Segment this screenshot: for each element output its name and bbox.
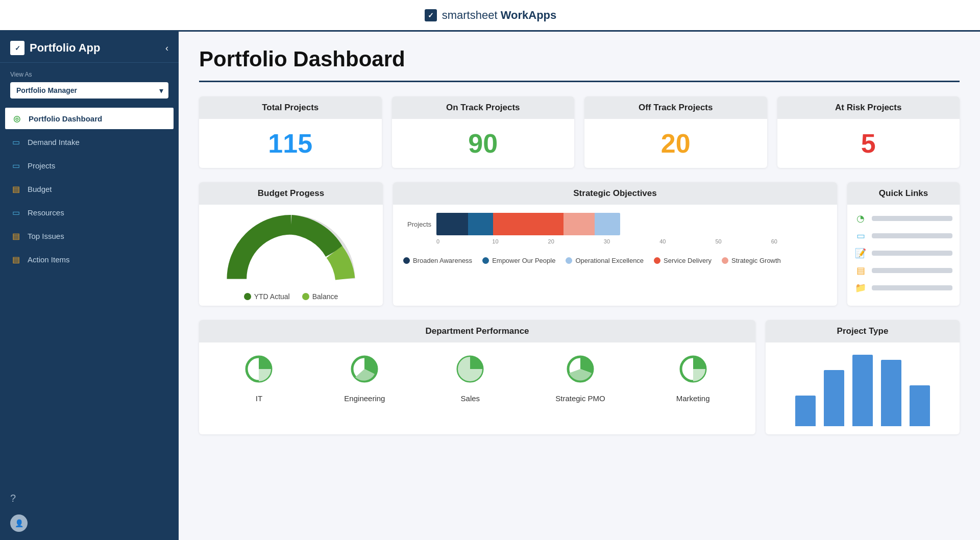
help-icon[interactable]: ? <box>10 493 168 504</box>
it-chart-icon <box>244 355 273 383</box>
sidebar-item-action-items[interactable]: ▤ Action Items <box>0 248 179 271</box>
pt-bar-3-wrap <box>852 355 873 426</box>
quick-links-body: ◔ ▭ 📝 ▤ 📁 <box>847 205 960 302</box>
budget-progress-header: Budget Progess <box>199 182 383 205</box>
strategic-dot <box>722 257 728 264</box>
ql-icon-4: ▤ <box>854 265 867 276</box>
legend-balance: Balance <box>302 292 338 301</box>
pt-bar-1-wrap <box>795 396 816 426</box>
strategic-objectives-header: Strategic Objectives <box>393 182 837 205</box>
broaden-dot <box>403 257 410 264</box>
project-type-header: Project Type <box>766 320 960 342</box>
sidebar-item-portfolio-dashboard[interactable]: ◎ Portfolio Dashboard <box>4 107 175 130</box>
empower-label: Empower Our People <box>492 257 555 264</box>
page-title: Portfolio Dashboard <box>199 47 960 71</box>
gauge-chart <box>225 215 357 286</box>
x-axis-labels: 0 10 20 30 40 50 60 <box>436 238 827 244</box>
brand-text: smartsheet WorkApps <box>442 9 557 22</box>
sidebar-item-label-demand-intake: Demand Intake <box>28 138 80 146</box>
sidebar-item-label-action-items: Action Items <box>28 255 70 264</box>
view-as-label: View As <box>10 71 168 78</box>
ql-bar-1 <box>872 216 952 221</box>
resources-icon: ▭ <box>10 207 21 218</box>
dept-item-strategic-pmo: Strategic PMO <box>555 355 605 403</box>
budget-icon: ▤ <box>10 183 21 194</box>
sidebar-item-label-projects: Projects <box>28 161 55 170</box>
sidebar: ✓ Portfolio App ‹ View As Portfolio Mana… <box>0 32 179 540</box>
legend-strategic-growth: Strategic Growth <box>722 257 781 264</box>
service-dot <box>654 257 660 264</box>
dept-label-marketing: Marketing <box>676 394 710 403</box>
bar-operational-excellence <box>595 213 620 235</box>
dept-label-it: IT <box>256 394 262 403</box>
pt-bar-4 <box>881 360 901 426</box>
user-avatar[interactable]: 👤 <box>10 514 28 532</box>
svg-text:✓: ✓ <box>15 44 20 52</box>
sidebar-header: ✓ Portfolio App ‹ <box>0 32 179 63</box>
sidebar-item-demand-intake[interactable]: ▭ Demand Intake <box>0 130 179 154</box>
demand-intake-icon: ▭ <box>10 136 21 148</box>
strategic-legend: Broaden Awareness Empower Our People Ope… <box>403 257 827 264</box>
top-bar-brand: ✓ smartsheet WorkApps <box>424 8 557 22</box>
strategic-bar-chart: Projects 0 10 <box>403 213 827 250</box>
quick-link-5[interactable]: 📁 <box>854 282 952 293</box>
ql-bar-5 <box>872 285 952 290</box>
gauge-legend: YTD Actual Balance <box>244 292 338 301</box>
department-performance-card: Department Performance IT <box>199 320 755 434</box>
pt-bar-5-wrap <box>910 385 930 426</box>
top-issues-icon: ▤ <box>10 230 21 241</box>
page-divider <box>199 81 960 82</box>
strategic-label: Strategic Growth <box>731 257 781 264</box>
view-as-select[interactable]: Portfolio Manager Team Member Executive <box>10 82 168 99</box>
project-type-card: Project Type <box>766 320 960 434</box>
ql-icon-3: 📝 <box>854 248 867 259</box>
x-label-20: 20 <box>548 238 604 244</box>
legend-ytd-actual: YTD Actual <box>244 292 290 301</box>
legend-service-delivery: Service Delivery <box>654 257 712 264</box>
x-label-60: 60 <box>771 238 827 244</box>
kpi-label-off-track: Off Track Projects <box>584 96 767 119</box>
x-label-30: 30 <box>604 238 659 244</box>
sidebar-collapse-button[interactable]: ‹ <box>165 43 168 54</box>
sidebar-item-top-issues[interactable]: ▤ Top Issues <box>0 224 179 248</box>
strategic-bar-row: Projects <box>403 213 827 235</box>
quick-link-3[interactable]: 📝 <box>854 248 952 259</box>
kpi-card-at-risk: At Risk Projects 5 <box>777 96 960 168</box>
view-as-dropdown-wrapper[interactable]: Portfolio Manager Team Member Executive <box>10 82 168 99</box>
dept-item-it: IT <box>244 355 273 403</box>
proj-type-body <box>766 342 960 434</box>
bar-empower-people <box>468 213 494 235</box>
dept-item-engineering: Engineering <box>344 355 385 403</box>
sidebar-item-label-resources: Resources <box>28 208 64 217</box>
balance-dot <box>302 293 309 300</box>
empower-dot <box>482 257 489 264</box>
marketing-chart-icon <box>679 355 707 383</box>
kpi-row: Total Projects 115 On Track Projects 90 … <box>199 96 960 168</box>
action-items-icon: ▤ <box>10 254 21 265</box>
stacked-bar <box>436 213 620 235</box>
bottom-row: Department Performance IT <box>199 320 960 434</box>
quick-link-4[interactable]: ▤ <box>854 265 952 276</box>
dept-label-strategic-pmo: Strategic PMO <box>555 394 605 403</box>
x-label-40: 40 <box>659 238 715 244</box>
dept-icon-it <box>244 355 273 389</box>
sidebar-item-resources[interactable]: ▭ Resources <box>0 201 179 224</box>
ytd-actual-dot <box>244 293 251 300</box>
strategic-body: Projects 0 10 <box>393 205 837 273</box>
quick-link-1[interactable]: ◔ <box>854 213 952 224</box>
sidebar-logo-icon: ✓ <box>10 41 24 55</box>
sidebar-item-budget[interactable]: ▤ Budget <box>0 177 179 201</box>
ql-icon-5: 📁 <box>854 282 867 293</box>
smartsheet-logo-icon: ✓ <box>424 8 438 22</box>
mid-row: Budget Progess <box>199 182 960 306</box>
y-axis-label: Projects <box>403 220 431 228</box>
quick-links-card: Quick Links ◔ ▭ 📝 ▤ <box>847 182 960 306</box>
quick-link-2[interactable]: ▭ <box>854 230 952 241</box>
service-label: Service Delivery <box>664 257 712 264</box>
dept-item-sales: Sales <box>456 355 484 403</box>
kpi-card-total-projects: Total Projects 115 <box>199 96 382 168</box>
kpi-label-on-track: On Track Projects <box>392 96 575 119</box>
sidebar-item-projects[interactable]: ▭ Projects <box>0 154 179 177</box>
sidebar-nav: ◎ Portfolio Dashboard ▭ Demand Intake ▭ … <box>0 102 179 484</box>
kpi-value-off-track: 20 <box>584 119 767 168</box>
